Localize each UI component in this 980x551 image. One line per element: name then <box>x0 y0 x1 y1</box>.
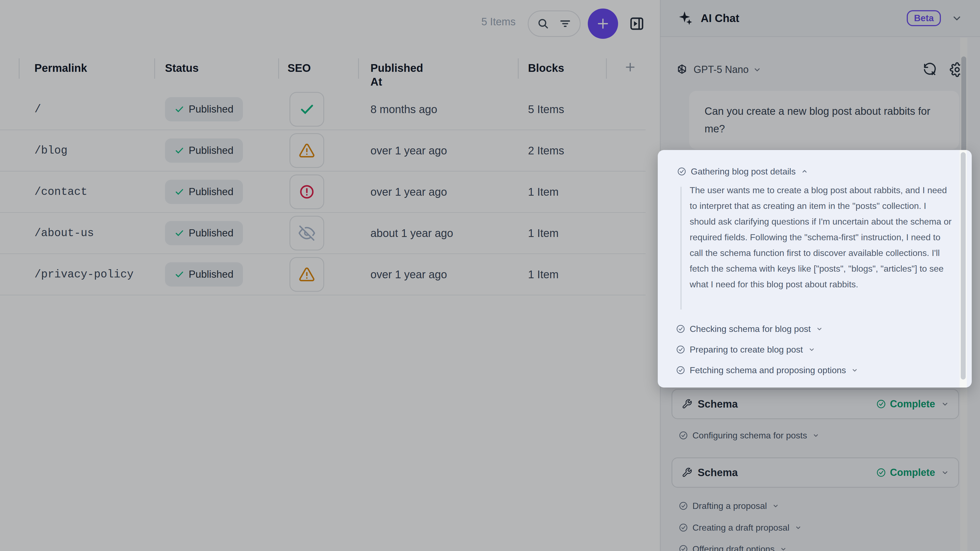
reasoning-quote-rule <box>680 187 682 310</box>
reasoning-title: Gathering blog post details <box>691 167 796 177</box>
reasoning-step[interactable]: Checking schema for blog post <box>676 323 823 335</box>
check-circle-icon <box>676 324 685 333</box>
chat-scrollbar-thumb[interactable] <box>961 152 966 380</box>
reasoning-title-row[interactable]: Gathering blog post details <box>677 165 808 178</box>
chevron-down-icon <box>816 326 823 332</box>
chevron-down-icon <box>851 367 858 373</box>
step-label: Preparing to create blog post <box>690 345 803 355</box>
reasoning-step[interactable]: Preparing to create blog post <box>676 343 815 356</box>
app-root: 5 Items <box>0 0 980 551</box>
check-circle-icon <box>676 365 685 375</box>
check-circle-icon <box>676 345 685 354</box>
chevron-down-icon <box>808 346 815 353</box>
step-label: Fetching schema and proposing options <box>690 365 846 375</box>
reasoning-step[interactable]: Fetching schema and proposing options <box>676 364 858 376</box>
chevron-up-icon <box>801 168 808 175</box>
reasoning-card: Gathering blog post details The user wan… <box>658 150 972 387</box>
reasoning-body: The user wants me to create a blog post … <box>690 183 954 292</box>
check-circle-icon <box>677 167 686 176</box>
step-label: Checking schema for blog post <box>690 324 811 334</box>
